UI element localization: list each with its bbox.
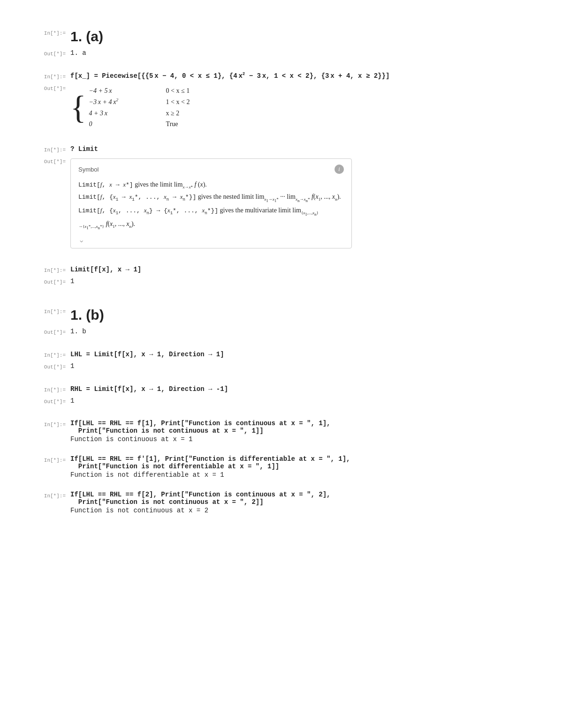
cell-rhl-input[interactable]: In[*]:= RHL = Limit[f[x], x → 1, Directi…: [28, 385, 535, 396]
piecewise-expr-1: −4 + 5 x: [89, 85, 155, 97]
piecewise-bracket-char: {: [70, 85, 86, 130]
symbol-line-1-mono: Limit[f, x → x*]: [78, 181, 133, 188]
lhl-output-val: 1: [70, 361, 74, 375]
limit1-input-content: Limit[f[x], x → 1]: [70, 265, 535, 276]
in-label-if-diff1: In[*]:=: [28, 455, 70, 465]
limit1-code: Limit[f[x], x → 1]: [70, 266, 141, 273]
piecewise-cond-4: True: [166, 119, 178, 130]
piecewise-row-3: 4 + 3 x x ≥ 2: [89, 108, 190, 119]
out-label-lhl: Out[*]=: [28, 362, 70, 372]
if-cont1-line2: Print["Function is not continuous at x =…: [70, 427, 535, 435]
if-cont1-line1: If[LHL == RHL == f[1], Print["Function i…: [70, 420, 535, 427]
cell-piecewise-input[interactable]: In[*]:= f[x_] = Piecewise[{{5 x − 4, 0 <…: [28, 72, 535, 83]
piecewise-cond-3: x ≥ 2: [166, 108, 180, 119]
piecewise-bracket-display: { −4 + 5 x 0 < x ≤ 1 −3 x + 4 x2 1 < x <…: [70, 85, 190, 130]
if-diff1-line1: If[LHL == RHL == f'[1], Print["Function …: [70, 455, 535, 463]
if-cont2-line1: If[LHL == RHL == f[2], Print["Function i…: [70, 491, 535, 498]
in-label-1a: In[*]:=: [28, 28, 70, 38]
heading-1a-text: 1. (a): [70, 29, 103, 44]
cell-if-cont2-input[interactable]: In[*]:= If[LHL == RHL == f[2], Print["Fu…: [28, 491, 535, 518]
out-label-limit1: Out[*]=: [28, 277, 70, 287]
piecewise-expr-2: −3 x + 4 x2: [89, 97, 155, 108]
piecewise-expr-4: 0: [89, 119, 155, 130]
symbol-box-chevron[interactable]: ⌄: [78, 235, 344, 244]
cell-if-diff1-input[interactable]: In[*]:= If[LHL == RHL == f'[1], Print["F…: [28, 455, 535, 482]
symbol-line-3-mono: Limit[f, {x1, ..., xn} → {x1*, ..., xn*}…: [78, 207, 218, 214]
symbol-box-title: Symbol: [78, 166, 99, 173]
rhl-code: RHL = Limit[f[x], x → 1, Direction → -1]: [70, 385, 228, 393]
if-diff1-line2: Print["Function is not differentiable at…: [70, 463, 535, 470]
if-diff1-print-output: Function is not differentiable at x = 1: [70, 470, 535, 480]
lhl-output-content: 1: [70, 362, 535, 376]
piecewise-rows-container: −4 + 5 x 0 < x ≤ 1 −3 x + 4 x2 1 < x < 2…: [89, 85, 190, 130]
cell-question-limit-input[interactable]: In[*]:= ? Limit: [28, 145, 535, 156]
heading-1a-output: 1. a: [70, 49, 86, 57]
in-label-limit1: In[*]:=: [28, 265, 70, 276]
symbol-box-header: Symbol i: [78, 165, 344, 174]
heading-1a-input-content: 1. (a): [70, 28, 535, 48]
symbol-line-2: Limit[f, {x1 → x1*, ..., xn → xn*}] give…: [78, 191, 344, 204]
heading-1b-text: 1. (b): [70, 307, 104, 323]
cell-rhl-output: Out[*]= 1: [28, 397, 535, 411]
cell-lhl-output: Out[*]= 1: [28, 362, 535, 376]
heading-1b-input-content: 1. (b): [70, 307, 535, 326]
if-diff1-input-content: If[LHL == RHL == f'[1], Print["Function …: [70, 455, 535, 482]
rhl-input-content: RHL = Limit[f[x], x → 1, Direction → -1]: [70, 385, 535, 396]
piecewise-row-4: 0 True: [89, 119, 190, 130]
out-label-1b: Out[*]=: [28, 327, 70, 338]
if-cont1-input-content: If[LHL == RHL == f[1], Print["Function i…: [70, 420, 535, 447]
question-limit-code: ? Limit: [70, 145, 98, 153]
symbol-line-2-mono: Limit[f, {x1 → x1*, ..., xn → xn*}]: [78, 194, 196, 201]
info-icon[interactable]: i: [335, 165, 344, 174]
cell-1a-heading-output: Out[*]= 1. a: [28, 49, 535, 63]
out-label-piecewise: Out[*]=: [28, 83, 70, 94]
piecewise-expr-3: 4 + 3 x: [89, 108, 155, 119]
symbol-info-box: Symbol i Limit[f, x → x*] gives the limi…: [70, 158, 352, 248]
cell-piecewise-output: Out[*]= { −4 + 5 x 0 < x ≤ 1 −3 x + 4 x2…: [28, 83, 535, 136]
piecewise-row-2: −3 x + 4 x2 1 < x < 2: [89, 97, 190, 108]
question-limit-output-content: Symbol i Limit[f, x → x*] gives the limi…: [70, 157, 535, 256]
rhl-output-val: 1: [70, 396, 74, 409]
heading-1a-output-content: 1. a: [70, 49, 535, 63]
in-label-lhl: In[*]:=: [28, 350, 70, 360]
piecewise-cond-2: 1 < x < 2: [166, 97, 190, 108]
cell-1b-heading-input: In[*]:= 1. (b): [28, 307, 535, 326]
in-label-qlimit: In[*]:=: [28, 145, 70, 155]
in-label-1b: In[*]:=: [28, 307, 70, 317]
cell-lhl-input[interactable]: In[*]:= LHL = Limit[f[x], x → 1, Directi…: [28, 350, 535, 361]
if-cont2-line2: Print["Function is not continuous at x =…: [70, 498, 535, 506]
cell-1b-heading-output: Out[*]= 1. b: [28, 327, 535, 342]
limit1-output-val: 1: [70, 277, 74, 290]
cell-question-limit-output: Out[*]= Symbol i Limit[f, x → x*] gives …: [28, 157, 535, 256]
in-label-piecewise: In[*]:=: [28, 72, 70, 82]
question-limit-input-content: ? Limit: [70, 145, 535, 156]
cell-1a-heading-input: In[*]:= 1. (a): [28, 28, 535, 48]
in-label-if-cont2: In[*]:=: [28, 491, 70, 501]
symbol-line-3: Limit[f, {x1, ..., xn} → {x1*, ..., xn*}…: [78, 204, 344, 232]
cell-limit1-input[interactable]: In[*]:= Limit[f[x], x → 1]: [28, 265, 535, 276]
cell-if-cont1-input[interactable]: In[*]:= If[LHL == RHL == f[1], Print["Fu…: [28, 420, 535, 447]
out-label-rhl: Out[*]=: [28, 397, 70, 407]
symbol-line-1: Limit[f, x → x*] gives the limit limx→x*…: [78, 179, 344, 191]
in-label-rhl: In[*]:=: [28, 385, 70, 395]
if-cont2-print-output: Function is not continuous at x = 2: [70, 506, 535, 515]
cell-limit1-output: Out[*]= 1: [28, 277, 535, 292]
rhl-output-content: 1: [70, 397, 535, 411]
if-cont1-print-output: Function is continuous at x = 1: [70, 435, 535, 444]
heading-1b-output: 1. b: [70, 328, 86, 335]
if-cont2-input-content: If[LHL == RHL == f[2], Print["Function i…: [70, 491, 535, 518]
lhl-input-content: LHL = Limit[f[x], x → 1, Direction → 1]: [70, 350, 535, 361]
out-label-qlimit: Out[*]=: [28, 157, 70, 167]
limit1-output-content: 1: [70, 277, 535, 292]
piecewise-row-1: −4 + 5 x 0 < x ≤ 1: [89, 85, 190, 97]
in-label-if-cont1: In[*]:=: [28, 420, 70, 430]
piecewise-output-content: { −4 + 5 x 0 < x ≤ 1 −3 x + 4 x2 1 < x <…: [70, 83, 535, 136]
piecewise-code: f[x_] = Piecewise[{{5 x − 4, 0 < x ≤ 1},…: [70, 72, 389, 80]
lhl-code: LHL = Limit[f[x], x → 1, Direction → 1]: [70, 351, 224, 358]
heading-1b-output-content: 1. b: [70, 327, 535, 342]
piecewise-input-content: f[x_] = Piecewise[{{5 x − 4, 0 < x ≤ 1},…: [70, 72, 535, 83]
out-label-1a: Out[*]=: [28, 49, 70, 59]
piecewise-cond-1: 0 < x ≤ 1: [166, 85, 190, 97]
